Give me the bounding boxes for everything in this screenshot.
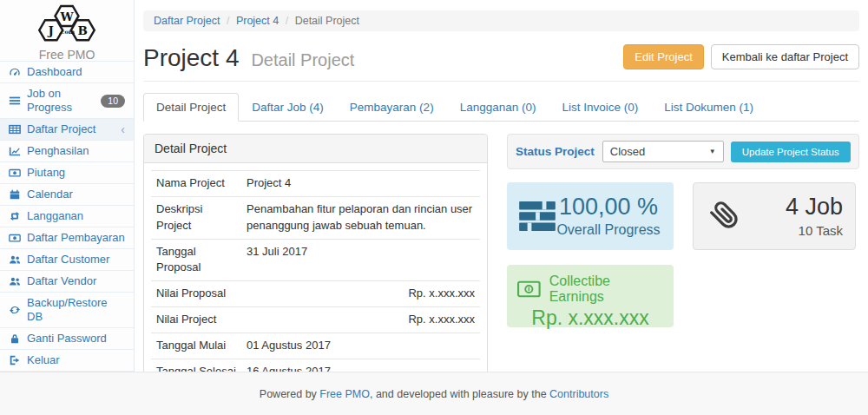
chevron-down-icon: ▼: [709, 148, 716, 155]
users-icon: [9, 275, 21, 287]
row-label: Tanggal Mulai: [151, 333, 241, 359]
sidebar-item-job-on-progress[interactable]: Job on Progress 10: [0, 82, 134, 118]
table-row: Deskripsi Project Penambahan fitur pelap…: [151, 196, 480, 239]
chevron-left-icon: ‹: [121, 124, 125, 135]
sidebar-item-dashboard[interactable]: Dashboard: [0, 61, 134, 82]
line-chart-icon: [9, 145, 21, 157]
back-to-list-button[interactable]: Kembali ke daftar Project: [711, 44, 859, 69]
paperclip-icon: [706, 196, 746, 236]
row-value: Penambahan fitur pelaporan dan rincian u…: [241, 196, 480, 239]
sidebar-item-label: Daftar Project: [27, 122, 95, 136]
table-row: Nama Project Project 4: [151, 171, 480, 197]
footer-text: Powered by Free PMO, and developed with …: [260, 388, 608, 400]
free-pmo-link[interactable]: Free PMO: [319, 388, 370, 400]
detail-table: Nama Project Project 4 Deskripsi Project…: [151, 170, 480, 372]
progress-caption: Overall Progress: [556, 222, 661, 238]
breadcrumb-separator: /: [286, 15, 288, 27]
users-icon: [9, 254, 21, 266]
overall-progress-box: 100,00 % Overall Progress: [507, 182, 674, 250]
sidebar-item-label: Keluar: [27, 353, 60, 367]
sidebar-item-daftar-project[interactable]: Daftar Project ‹: [0, 118, 134, 140]
sidebar-item-penghasilan[interactable]: Penghasilan: [0, 140, 134, 161]
jobs-box: 4 Job 10 Task: [693, 182, 856, 250]
sidebar-item-label: Penghasilan: [27, 144, 89, 158]
breadcrumb-daftar-project[interactable]: Daftar Project: [154, 15, 220, 27]
lock-icon: [9, 333, 21, 345]
svg-text:B: B: [78, 23, 88, 37]
footer-prefix: Powered by: [260, 388, 319, 400]
money-icon: [9, 232, 21, 244]
sidebar-item-daftar-customer[interactable]: Daftar Customer: [0, 248, 134, 270]
svg-text:W: W: [59, 10, 74, 23]
progress-value: 100,00 %: [556, 194, 661, 221]
tab-list-invoice[interactable]: List Invoice (0): [549, 93, 651, 122]
row-label: Tanggal Proposal: [151, 239, 241, 281]
sidebar: W J B .com Free PMO Dashboard Job on Pro…: [0, 0, 135, 372]
page-subtitle: Detail Project: [251, 50, 354, 69]
sidebar-item-piutang[interactable]: Piutang: [0, 161, 134, 183]
collectible-earnings-box: Collectibe Earnings Rp. x.xxx.xxx: [507, 265, 674, 327]
main-content: Daftar Project / Project 4 / Detail Proj…: [135, 0, 868, 372]
row-label: Nilai Project: [151, 307, 241, 333]
edit-project-button[interactable]: Edit Project: [623, 44, 703, 69]
panel-title: Detail Project: [144, 135, 487, 163]
sidebar-item-keluar[interactable]: Keluar: [0, 349, 134, 371]
sidebar-item-langganan[interactable]: Langganan: [0, 205, 134, 227]
breadcrumb-project-4[interactable]: Project 4: [236, 15, 279, 27]
sidebar-item-backup-restore-db[interactable]: Backup/Restore DB: [0, 292, 134, 327]
sidebar-item-calendar[interactable]: Calendar: [0, 183, 134, 205]
row-label: Nama Project: [151, 171, 241, 197]
sidebar-item-label: Daftar Vendor: [27, 274, 96, 288]
row-value: Project 4: [241, 171, 480, 197]
earnings-header: Collectibe Earnings: [517, 273, 663, 305]
table-row: Tanggal Proposal 31 Juli 2017: [151, 239, 480, 281]
app-layout: W J B .com Free PMO Dashboard Job on Pro…: [0, 0, 868, 372]
table-icon: [9, 123, 21, 135]
progress-text: 100,00 % Overall Progress: [556, 194, 661, 239]
tab-list-dokumen[interactable]: List Dokumen (1): [651, 93, 766, 122]
sidebar-item-label: Ganti Password: [27, 332, 107, 346]
jwb-logo-icon: W J B .com: [28, 3, 106, 47]
row-value: 01 Agustus 2017: [241, 333, 480, 359]
tab-daftar-job[interactable]: Daftar Job (4): [239, 93, 337, 122]
svg-text:J: J: [48, 23, 54, 37]
svg-text:.com: .com: [59, 29, 75, 36]
tab-pembayaran[interactable]: Pembayaran (2): [337, 93, 447, 122]
sidebar-item-label: Dashboard: [27, 65, 82, 79]
sidebar-item-label: Calendar: [27, 188, 73, 201]
status-project-label: Status Project: [516, 145, 595, 158]
sidebar-item-daftar-pembayaran[interactable]: Daftar Pembayaran: [0, 227, 134, 248]
row-value: Rp. x.xxx.xxx: [241, 307, 480, 333]
update-project-status-button[interactable]: Update Project Status: [731, 142, 851, 162]
footer: Powered by Free PMO, and developed with …: [0, 372, 868, 415]
tab-langganan[interactable]: Langganan (0): [447, 93, 549, 122]
sidebar-item-ganti-password[interactable]: Ganti Password: [0, 327, 134, 349]
row-label: Nilai Proposal: [151, 281, 241, 307]
earnings-value: Rp. x.xxx.xxx: [517, 306, 663, 330]
page-title-group: Project 4 Detail Project: [143, 41, 354, 73]
calendar-icon: [9, 188, 21, 201]
page-header: Project 4 Detail Project Edit Project Ke…: [143, 41, 859, 82]
tab-detail-project[interactable]: Detail Project: [143, 93, 239, 122]
table-row: Nilai Project Rp. x.xxx.xxx: [151, 307, 480, 333]
breadcrumb-separator: /: [227, 15, 229, 27]
row-label: Tanggal Selesai: [151, 359, 241, 372]
sidebar-nav: Dashboard Job on Progress 10 Daftar Proj…: [0, 61, 134, 372]
table-row: Tanggal Mulai 01 Agustus 2017: [151, 333, 480, 359]
sidebar-item-label: Job on Progress: [27, 87, 95, 115]
page-title: Project 4: [143, 44, 240, 71]
tab-content: Detail Project Nama Project Project 4 De…: [143, 134, 859, 372]
table-row: Tanggal Selesai 16 Agustus 2017: [151, 359, 480, 372]
row-value: 16 Agustus 2017: [241, 359, 480, 372]
status-select[interactable]: Closed ▼: [602, 141, 724, 162]
right-column: Status Project Closed ▼ Update Project S…: [507, 134, 859, 372]
logo: W J B .com Free PMO: [0, 0, 134, 61]
jobs-caption: 10 Task: [746, 223, 843, 238]
sidebar-item-daftar-vendor[interactable]: Daftar Vendor: [0, 270, 134, 292]
sidebar-item-label: Daftar Pembayaran: [27, 231, 125, 245]
list-icon: [9, 95, 21, 107]
footer-middle: , and developed with pleasure by the: [370, 388, 549, 400]
contributors-link[interactable]: Contributors: [549, 388, 608, 400]
tasks-icon: [519, 201, 556, 232]
stat-boxes-row-2: Collectibe Earnings Rp. x.xxx.xxx: [507, 265, 859, 327]
